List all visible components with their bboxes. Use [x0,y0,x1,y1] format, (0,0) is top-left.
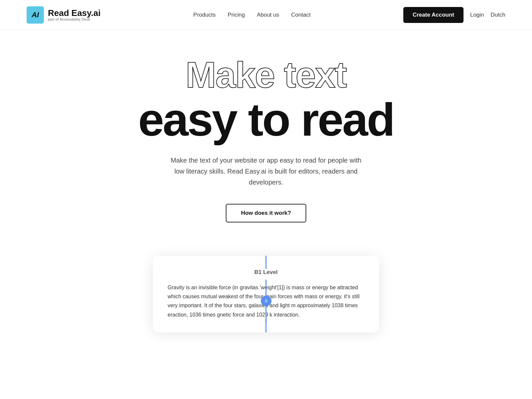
create-account-button[interactable]: Create Account [403,7,464,23]
hero-section: Make text easy to read Make the text of … [0,30,532,242]
logo[interactable]: AI Read Easy.ai part of Accessibility De… [27,6,101,24]
nav-link-about-us[interactable]: About us [257,12,279,18]
drag-handle-icon [263,298,269,304]
demo-divider-bottom [266,319,267,332]
hero-subtitle: Make the text of your website or app eas… [166,155,366,188]
logo-text: Read Easy.ai part of Accessibility Desk [48,9,101,21]
navbar: AI Read Easy.ai part of Accessibility De… [0,0,532,30]
logo-title: Read Easy.ai [48,9,101,17]
demo-section: B1 Level Gravity is an invisible force (… [0,242,532,352]
demo-divider-handle[interactable] [261,296,271,306]
hero-title-outline: Make text [186,57,346,93]
language-switcher[interactable]: Dutch [491,12,505,18]
nav-links: Products Pricing About us Contact [193,12,311,18]
demo-text-content: Gravity is an invisible force (in gravit… [168,283,364,319]
nav-actions: Create Account Login Dutch [403,7,505,23]
how-it-works-button[interactable]: How does it work? [226,204,306,222]
demo-card-inner: B1 Level Gravity is an invisible force (… [168,269,364,319]
demo-divider-top [266,256,267,269]
hero-title-solid: easy to read [138,96,394,143]
demo-card: B1 Level Gravity is an invisible force (… [153,256,379,332]
login-button[interactable]: Login [470,12,484,18]
nav-link-contact[interactable]: Contact [291,12,311,18]
logo-icon: AI [27,6,44,24]
logo-subtitle: part of Accessibility Desk [48,17,101,21]
demo-divider-line[interactable] [266,280,267,323]
nav-link-pricing[interactable]: Pricing [227,12,245,18]
nav-link-products[interactable]: Products [193,12,215,18]
logo-icon-text: AI [32,11,39,19]
demo-level-label: B1 Level [168,269,364,276]
